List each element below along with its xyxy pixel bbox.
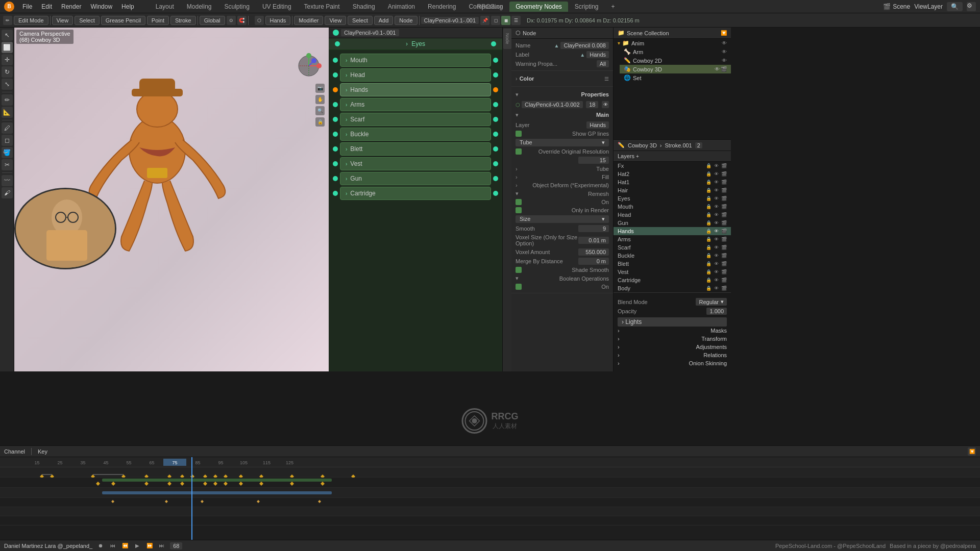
fill-tool[interactable]: 🪣 xyxy=(2,147,13,158)
gun-lock-icon[interactable]: 🔒 xyxy=(705,220,712,226)
hat1-eye-icon[interactable]: 👁 xyxy=(713,179,719,185)
outliner-item-set[interactable]: 🌐 Set xyxy=(620,73,731,82)
tab-sculpting[interactable]: Sculpting xyxy=(218,2,256,12)
layers-add-icon[interactable]: + xyxy=(636,154,639,159)
cartridge-lock-icon[interactable]: 🔒 xyxy=(705,277,712,283)
layer-fx[interactable]: Fx 🔒 👁 🎬 xyxy=(614,162,731,170)
hat2-render-icon[interactable]: 🎬 xyxy=(721,171,727,177)
opacity-value[interactable]: 1.000 xyxy=(706,308,727,315)
outliner-item-anim[interactable]: ▾ 📁 Anim 👁 xyxy=(614,39,731,47)
node-add-menu[interactable]: Add xyxy=(374,16,394,25)
grab-icon[interactable]: ✋ xyxy=(315,95,325,104)
size-dropdown[interactable]: Size ▾ xyxy=(516,215,609,223)
stroke-menu[interactable]: Stroke xyxy=(170,16,196,25)
masks-row[interactable]: › Masks xyxy=(618,327,727,335)
layer-gun[interactable]: Gun 🔒 👁 🎬 xyxy=(614,219,731,227)
hair-lock-icon[interactable]: 🔒 xyxy=(705,187,712,193)
playback-icon-jump-start[interactable]: ⏮ xyxy=(109,542,117,550)
outliner-item-arm[interactable]: 🦴 Arm 👁 xyxy=(620,47,731,56)
hands-eye-icon[interactable]: 👁 xyxy=(713,228,719,234)
node-row-head[interactable]: › Head xyxy=(333,68,498,82)
transform-row[interactable]: › Transform xyxy=(618,335,727,343)
measure-tool[interactable]: 📐 xyxy=(2,107,13,118)
layer-hands[interactable]: Hands 🔒 👁 🎬 xyxy=(614,227,731,235)
sculpt-tool[interactable]: 🖌 xyxy=(2,187,13,198)
merge-dist-value[interactable]: 0 m xyxy=(578,258,609,265)
hat1-render-icon[interactable]: 🎬 xyxy=(721,179,727,185)
node-row-buckle[interactable]: › Buckle xyxy=(333,128,498,141)
smooth-tool[interactable]: 〰 xyxy=(2,175,13,186)
hands-render-icon[interactable]: 🎬 xyxy=(721,228,727,234)
blett-lock-icon[interactable]: 🔒 xyxy=(705,261,712,267)
hat2-eye-icon[interactable]: 👁 xyxy=(713,171,719,177)
eye-icon[interactable]: 👁 xyxy=(602,101,609,108)
object-dropdown[interactable]: Hands xyxy=(265,16,291,25)
node-row-hands[interactable]: › Hands xyxy=(333,83,498,96)
node-box-gun[interactable]: › Gun xyxy=(340,172,491,185)
node-box-blett[interactable]: › Blett xyxy=(340,142,491,156)
eyes-eye-icon[interactable]: 👁 xyxy=(713,195,719,202)
zoom-icon[interactable]: 🔍 xyxy=(315,106,325,115)
grease-pencil-menu[interactable]: Grease Pencil xyxy=(101,16,145,25)
color-header-row[interactable]: › Color ☰ xyxy=(516,73,609,84)
node-row-arms[interactable]: › Arms xyxy=(333,98,498,111)
voxel-amount-value[interactable]: 550.000 xyxy=(578,248,609,256)
blett-render-icon[interactable]: 🎬 xyxy=(721,261,727,267)
buckle-render-icon[interactable]: 🎬 xyxy=(721,253,727,259)
on-checkbox[interactable] xyxy=(516,199,522,205)
tab-add[interactable]: + xyxy=(605,2,621,12)
layer-arms[interactable]: Arms 🔒 👁 🎬 xyxy=(614,235,731,243)
body-eye-icon[interactable]: 👁 xyxy=(713,285,719,291)
mode-icon[interactable]: ✏ xyxy=(3,16,12,25)
timeline-tracks-area[interactable] xyxy=(0,467,980,540)
transform-pivot-icon[interactable]: ⊙ xyxy=(227,16,236,25)
object-name[interactable]: ClayPencil-v0.1-0.002 xyxy=(522,101,583,108)
override-res-value[interactable]: 15 xyxy=(578,157,609,164)
node-box-arms[interactable]: › Arms xyxy=(340,98,491,111)
node-row-scarf[interactable]: › Scarf xyxy=(333,113,498,126)
head-eye-icon[interactable]: 👁 xyxy=(713,212,719,218)
buckle-eye-icon[interactable]: 👁 xyxy=(713,253,719,259)
node-box-scarf[interactable]: › Scarf xyxy=(340,113,491,126)
tab-modeling[interactable]: Modeling xyxy=(181,2,218,12)
lock-icon[interactable]: 🔒 xyxy=(315,117,325,127)
hands-lock-icon[interactable]: 🔒 xyxy=(705,228,712,234)
node-row-blett[interactable]: › Blett xyxy=(333,142,498,156)
vest-render-icon[interactable]: 🎬 xyxy=(721,269,727,275)
anim-vis-icon[interactable]: 👁 xyxy=(722,40,727,46)
gun-eye-icon[interactable]: 👁 xyxy=(713,220,719,226)
eyes-lock-icon[interactable]: 🔒 xyxy=(705,195,712,202)
node-box-hands[interactable]: › Hands xyxy=(340,83,491,96)
node-select-menu[interactable]: Select xyxy=(348,16,373,25)
tab-rendering[interactable]: Rendering xyxy=(422,2,462,12)
select-tool[interactable]: ⬜ xyxy=(2,42,13,53)
layer-vest[interactable]: Vest 🔒 👁 🎬 xyxy=(614,268,731,276)
mouth-eye-icon[interactable]: 👁 xyxy=(713,204,719,210)
layer-blett[interactable]: Blett 🔒 👁 🎬 xyxy=(614,260,731,268)
scene-selector[interactable]: 🎬 Scene xyxy=(883,3,910,10)
prop-obj-deform-row[interactable]: › Object Deform (*Experimental) xyxy=(516,181,609,189)
stroke-type-dropdown[interactable]: Tube ▾ xyxy=(516,139,609,146)
layer-hat1[interactable]: Hat1 🔒 👁 🎬 xyxy=(614,178,731,186)
only-render-checkbox[interactable] xyxy=(516,207,522,213)
blend-mode-dropdown[interactable]: Regular ▾ xyxy=(696,298,727,306)
shade-smooth-checkbox[interactable] xyxy=(516,267,522,273)
arms-lock-icon[interactable]: 🔒 xyxy=(705,236,712,242)
prop-boolean-row[interactable]: ▾ Boolean Operations xyxy=(516,274,609,283)
settings-icon[interactable]: ⚙ xyxy=(967,2,976,11)
cartridge-eye-icon[interactable]: 👁 xyxy=(713,277,719,283)
label-value[interactable]: Hands xyxy=(586,51,609,58)
playback-icon-play[interactable]: ▶ xyxy=(133,542,141,550)
smooth-value[interactable]: 9 xyxy=(578,225,609,232)
rotate-tool[interactable]: ↻ xyxy=(2,66,13,78)
node-menu[interactable]: Node xyxy=(395,16,417,25)
layer-scarf[interactable]: Scarf 🔒 👁 🎬 xyxy=(614,243,731,252)
object-num[interactable]: 18 xyxy=(586,101,598,108)
scarf-render-icon[interactable]: 🎬 xyxy=(721,244,727,251)
scale-tool[interactable]: ⤡ xyxy=(2,79,13,90)
outliner-filter-icon[interactable]: 🔽 xyxy=(721,30,727,36)
tl-filter-icon[interactable]: 🔽 xyxy=(968,447,976,456)
3d-viewport[interactable]: Camera Perspective (68) Cowboy 3D xyxy=(14,28,329,371)
layer-mouth[interactable]: Mouth 🔒 👁 🎬 xyxy=(614,203,731,211)
hat1-lock-icon[interactable]: 🔒 xyxy=(705,179,712,185)
